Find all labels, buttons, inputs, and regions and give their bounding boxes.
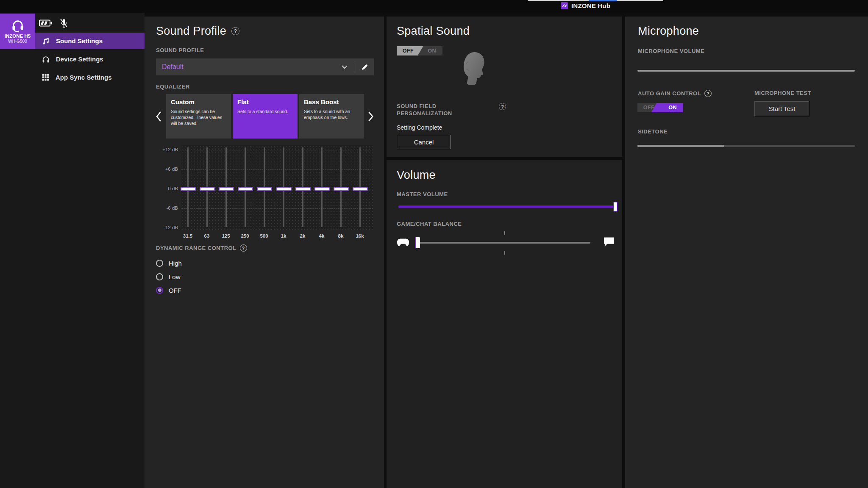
device-name: INZONE H5	[5, 33, 31, 39]
grid-icon	[42, 73, 50, 81]
microphone-panel: Microphone MICROPHONE VOLUME AUTO GAIN C…	[625, 17, 868, 488]
sidebar-item-device-settings[interactable]: Device Settings	[35, 51, 145, 67]
headphones-icon	[42, 55, 50, 64]
device-status-icons	[39, 18, 68, 28]
sidebar-item-label: App Sync Settings	[56, 74, 112, 81]
app-title: INZONE Hub	[571, 2, 610, 9]
eq-handle-8k[interactable]	[334, 187, 349, 191]
eq-handle-4k[interactable]	[314, 187, 330, 191]
toggle-off-label: OFF	[397, 46, 420, 55]
agc-toggle[interactable]: OFF ON	[637, 103, 683, 112]
chevron-down-icon[interactable]	[334, 63, 355, 71]
preset-title: Custom	[171, 98, 227, 105]
spatial-sound-title: Spatial Sound	[397, 25, 470, 38]
drc-option-high[interactable]: High	[156, 258, 182, 268]
sfp-status: Setting Complete	[397, 124, 442, 131]
window-top-highlight-blue	[589, 0, 617, 1]
preset-title: Bass Boost	[304, 98, 360, 105]
eq-handle-16k[interactable]	[353, 187, 368, 191]
help-icon[interactable]: ?	[704, 90, 712, 97]
sound-profile-dropdown[interactable]: Default	[156, 58, 374, 75]
eq-band-label: 250	[235, 233, 255, 238]
toggle-off-label: OFF	[637, 103, 660, 112]
volume-panel: Volume MASTER VOLUME GAME/CHAT BALANCE	[387, 160, 622, 488]
slider-fill	[398, 206, 615, 208]
preset-card-custom[interactable]: Custom Sound settings can be customized.…	[166, 94, 231, 139]
eq-handle-125[interactable]	[219, 187, 234, 191]
chevron-right-icon[interactable]	[367, 111, 374, 122]
eq-band-label: 125	[216, 233, 236, 238]
preset-desc: Sets to a standard sound.	[237, 108, 293, 114]
eq-handle-2k[interactable]	[295, 187, 311, 191]
drc-label: DYNAMIC RANGE CONTROL	[156, 245, 236, 251]
headset-icon	[9, 18, 26, 33]
music-note-icon	[42, 37, 50, 45]
game-chat-balance-slider[interactable]	[416, 237, 590, 249]
cancel-button-label: Cancel	[414, 139, 434, 146]
master-volume-label: MASTER VOLUME	[397, 191, 448, 197]
game-chat-balance-label: GAME/CHAT BALANCE	[397, 221, 462, 227]
eq-ylabel: +6 dB	[156, 166, 178, 172]
eq-band-label: 500	[254, 233, 274, 238]
radio-label: OFF	[169, 287, 181, 294]
sidetone-label: SIDETONE	[638, 128, 668, 135]
sidebar-item-sound-settings[interactable]: Sound Settings	[35, 33, 145, 49]
eq-handle-63[interactable]	[200, 187, 215, 191]
eq-gridline	[181, 208, 373, 209]
radio-label: High	[169, 260, 182, 267]
sidetone-slider[interactable]	[637, 145, 855, 147]
balance-center-tick-bottom	[504, 251, 505, 255]
balance-center-tick-top	[504, 231, 505, 235]
cancel-button[interactable]: Cancel	[397, 135, 451, 149]
pencil-icon[interactable]	[355, 64, 374, 71]
inzone-hub-window: INZONE Hub INZONE H5 WH-G500	[0, 0, 868, 488]
sidebar-item-app-sync-settings[interactable]: App Sync Settings	[35, 69, 145, 86]
device-model: WH-G500	[8, 39, 27, 44]
radio-icon[interactable]	[156, 260, 163, 267]
start-test-button[interactable]: Start Test	[754, 101, 810, 116]
eq-ylabel: +12 dB	[156, 147, 178, 152]
sidebar-item-label: Sound Settings	[56, 37, 103, 44]
preset-card-flat[interactable]: Flat Sets to a standard sound.	[233, 94, 298, 139]
eq-band-label: 8k	[331, 233, 351, 238]
drc-option-off[interactable]: OFF	[156, 286, 181, 295]
help-icon[interactable]: ?	[231, 27, 239, 35]
eq-band-label: 31.5	[178, 233, 198, 238]
start-test-button-label: Start Test	[768, 105, 795, 112]
slider-track[interactable]	[416, 242, 590, 244]
preset-card-bass-boost[interactable]: Bass Boost Sets to a sound with an empha…	[299, 94, 364, 139]
balance-handle[interactable]	[415, 237, 420, 248]
chevron-left-icon[interactable]	[155, 111, 162, 122]
head-icon	[462, 52, 485, 91]
sound-profile-heading-row: Sound Profile ?	[156, 25, 239, 38]
eq-band-label: 2k	[293, 233, 312, 238]
eq-handle-31.5[interactable]	[181, 187, 196, 191]
device-tile[interactable]: INZONE H5 WH-G500	[0, 14, 35, 49]
toggle-on-label: ON	[662, 103, 683, 112]
app-title-group: INZONE Hub	[561, 2, 610, 9]
radio-icon-checked[interactable]	[156, 287, 163, 294]
eq-handle-500[interactable]	[257, 187, 272, 191]
eq-handle-250[interactable]	[238, 187, 253, 191]
equalizer-plot	[181, 145, 373, 230]
eq-ylabel: -12 dB	[156, 225, 178, 230]
master-volume-handle[interactable]	[613, 202, 618, 212]
radio-icon[interactable]	[156, 273, 163, 280]
drc-option-low[interactable]: Low	[156, 272, 181, 281]
microphone-test-label: MICROPHONE TEST	[754, 90, 811, 96]
sound-profile-title: Sound Profile	[156, 25, 226, 38]
eq-band-label: 16k	[350, 233, 370, 238]
chat-icon	[604, 237, 614, 247]
help-icon[interactable]: ?	[240, 244, 247, 252]
spatial-sound-panel: Spatial Sound OFF ON SOUND FIELD PERSONA…	[387, 17, 622, 157]
controller-icon	[397, 238, 409, 247]
help-icon[interactable]: ?	[499, 103, 506, 110]
microphone-volume-slider[interactable]	[637, 70, 855, 72]
battery-icon	[39, 19, 52, 27]
drc-label-row: DYNAMIC RANGE CONTROL ?	[156, 244, 247, 252]
eq-handle-1k[interactable]	[276, 187, 292, 191]
sound-profile-panel: Sound Profile ? SOUND PROFILE Default EQ…	[145, 17, 384, 488]
eq-ylabel: 0 dB	[156, 186, 178, 191]
master-volume-slider[interactable]	[398, 201, 615, 212]
spatial-sound-toggle[interactable]: OFF ON	[397, 46, 442, 55]
